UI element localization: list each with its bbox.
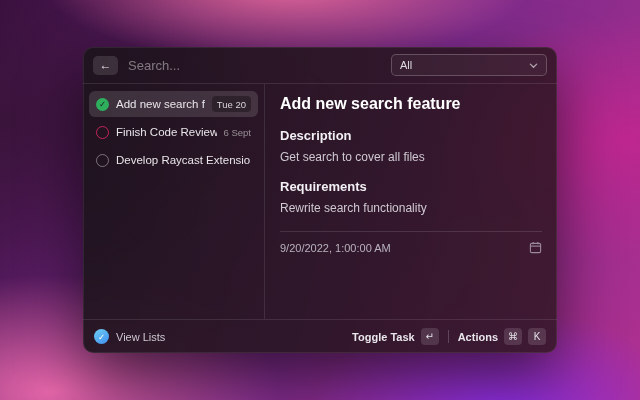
task-row-develop-raycast-extension[interactable]: Develop Raycast Extension [89, 147, 258, 173]
task-title: Develop Raycast Extension [116, 154, 251, 166]
task-date: 6 Sept [224, 127, 251, 138]
detail-divider [280, 231, 542, 232]
filter-dropdown[interactable]: All [391, 54, 547, 76]
task-open-icon [96, 126, 109, 139]
requirements-text: Rewrite search functionality [280, 201, 542, 215]
back-button[interactable]: ← [93, 56, 118, 75]
footer-separator [448, 330, 449, 343]
k-keycap: K [528, 328, 546, 345]
calendar-icon[interactable] [529, 241, 542, 254]
detail-title: Add new search feature [280, 95, 542, 113]
return-keycap: ↵ [421, 328, 439, 345]
toggle-task-button[interactable]: Toggle Task [352, 331, 415, 343]
task-detail-panel: Add new search feature Description Get s… [265, 84, 557, 319]
task-open-icon [96, 154, 109, 167]
task-row-add-new-search-feature[interactable]: ✓ Add new search feature Tue 20 [89, 91, 258, 117]
task-done-icon: ✓ [96, 98, 109, 111]
command-keycap: ⌘ [504, 328, 522, 345]
chevron-down-icon [529, 61, 538, 70]
task-title: Finish Code Reviews [116, 126, 217, 138]
action-bar: ✓ View Lists Toggle Task ↵ Actions ⌘ K [83, 319, 557, 353]
search-input[interactable] [128, 58, 391, 73]
view-lists-button[interactable]: View Lists [116, 331, 165, 343]
search-bar: ← All [83, 47, 557, 83]
actions-button[interactable]: Actions [458, 331, 498, 343]
filter-value: All [400, 59, 523, 71]
task-date-badge: Tue 20 [212, 96, 251, 112]
task-title: Add new search feature [116, 98, 205, 110]
datetime-row: 9/20/2022, 1:00:00 AM [280, 241, 542, 254]
description-heading: Description [280, 128, 542, 143]
view-lists-icon: ✓ [94, 329, 109, 344]
description-text: Get search to cover all files [280, 150, 542, 164]
task-list: ✓ Add new search feature Tue 20 Finish C… [83, 84, 264, 319]
raycast-window: ← All ✓ Add new search feature Tue 20 Fi… [83, 47, 557, 353]
requirements-heading: Requirements [280, 179, 542, 194]
datetime-value: 9/20/2022, 1:00:00 AM [280, 242, 391, 254]
task-row-finish-code-reviews[interactable]: Finish Code Reviews 6 Sept [89, 119, 258, 145]
